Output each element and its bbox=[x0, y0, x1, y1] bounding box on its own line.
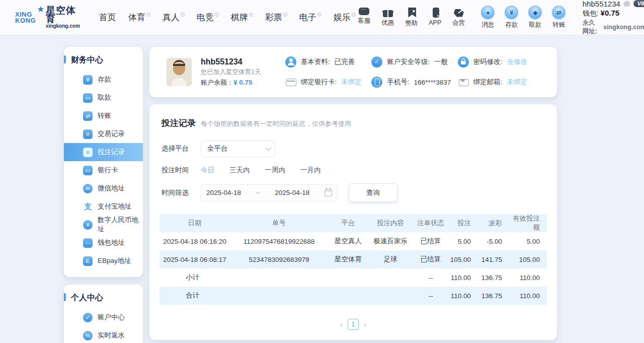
nav-item-棋牌[interactable]: 棋牌 bbox=[231, 12, 253, 23]
calendar-icon[interactable] bbox=[325, 189, 332, 196]
date-from-input[interactable]: 2025-04-18 bbox=[206, 189, 241, 196]
total-row: 合计--110.00136.75110.00 bbox=[159, 287, 547, 305]
accountlink-withdraw[interactable]: ◆取款 bbox=[527, 6, 544, 29]
sidebar-item-label: 数字人民币地址 bbox=[98, 216, 143, 234]
sidebar-item-EBpay地址[interactable]: EEBpay地址 bbox=[64, 252, 143, 270]
accountlink-label: 转账 bbox=[552, 21, 565, 29]
sidebar-item-数字人民币地址[interactable]: ¥数字人民币地址 bbox=[64, 216, 143, 234]
nav-item-娱乐[interactable]: 娱乐 bbox=[334, 12, 356, 23]
accountlink-deposit[interactable]: ¥存款 bbox=[503, 6, 520, 29]
table-row: 2025-04-18 06:08:175234783092683979星空体育足… bbox=[159, 250, 547, 268]
info-value: 一般 bbox=[434, 57, 448, 66]
date-tilde: ~ bbox=[256, 189, 260, 196]
profile-card: hhb551234 您已加入星空体育1天 账户余额：¥ 0.75 基本资料: 已… bbox=[149, 47, 557, 97]
rebate-icon: % bbox=[83, 331, 93, 340]
alipay-icon: 支 bbox=[83, 202, 93, 212]
nav-item-电子[interactable]: 电子 bbox=[299, 12, 321, 23]
query-button[interactable]: 查询 bbox=[349, 183, 397, 202]
cell-status: 已结算 bbox=[413, 232, 449, 250]
date-range-picker[interactable]: 2025-04-18 ~ 2025-04-18 bbox=[201, 184, 338, 201]
nav-item-真人[interactable]: 真人 bbox=[163, 12, 185, 23]
sidebar-item-label: 投注记录 bbox=[98, 148, 125, 157]
date-to-input[interactable]: 2025-04-18 bbox=[275, 189, 309, 196]
quicklink-label: 合营 bbox=[452, 19, 465, 27]
column-header: 平台 bbox=[328, 214, 368, 232]
table-row: 2025-04-18 06:16:201120975476819922688星空… bbox=[159, 232, 547, 250]
message-icon: ● bbox=[481, 6, 495, 19]
nav-item-电竞[interactable]: 电竞 bbox=[197, 12, 219, 23]
time-option-一月内[interactable]: 一月内 bbox=[300, 166, 321, 175]
accountlink-transfer[interactable]: ⇄转账 bbox=[550, 6, 568, 29]
sidebar-item-label: EBpay地址 bbox=[98, 256, 131, 265]
nav-item-体育[interactable]: 体育 bbox=[128, 12, 150, 23]
sidebar-item-支付宝地址[interactable]: 支支付宝地址 bbox=[64, 197, 143, 216]
personal-center-title: 个人中心 bbox=[64, 293, 143, 303]
cell-status: 已结算 bbox=[413, 250, 449, 268]
quicklink-partner[interactable]: 合营 bbox=[450, 8, 467, 28]
cell-bet: 110.00 bbox=[449, 268, 478, 287]
accountlink-messages[interactable]: ●消息 bbox=[479, 6, 497, 29]
sidebar-item-账户中心[interactable]: ✓账户中心 bbox=[64, 308, 143, 326]
dropdown-circle-icon bbox=[352, 13, 356, 17]
cell-bet: 105.00 bbox=[449, 250, 478, 268]
quicklink-promo[interactable]: 优惠 bbox=[379, 8, 396, 28]
sidebar-item-银行卡[interactable]: ▭银行卡 bbox=[64, 161, 143, 179]
platform-label: 选择平台 bbox=[162, 144, 201, 153]
sidebar-item-label: 转账 bbox=[98, 111, 111, 120]
prev-page-icon[interactable]: ‹ bbox=[340, 320, 343, 329]
platform-select[interactable]: 全平台 bbox=[201, 141, 275, 157]
sidebar-item-label: 取款 bbox=[98, 93, 111, 102]
sidebar-item-微信地址[interactable]: ✉微信地址 bbox=[64, 179, 143, 197]
page-number[interactable]: 1 bbox=[348, 319, 359, 330]
nav-item-彩票[interactable]: 彩票 bbox=[265, 12, 287, 23]
sidebar-item-label: 存款 bbox=[98, 75, 111, 84]
site-logo[interactable]: XINGKONG ★ 星空体育 xingkong.com bbox=[15, 6, 80, 29]
withdraw-icon: ▭ bbox=[83, 93, 93, 103]
date-filter-label: 时间筛选 bbox=[162, 188, 201, 197]
deposit-icon: ¥ bbox=[505, 6, 518, 19]
time-option-三天内[interactable]: 三天内 bbox=[229, 166, 250, 175]
star-icon: ★ bbox=[37, 7, 45, 13]
dropdown-circle-icon bbox=[215, 13, 219, 17]
wallet-icon: ⋯ bbox=[83, 238, 93, 248]
dropdown-circle-icon bbox=[249, 13, 253, 17]
profile-joined: 您已加入星空体育1天 bbox=[201, 68, 276, 77]
time-option-今日[interactable]: 今日 bbox=[201, 166, 214, 175]
mail-icon bbox=[458, 77, 469, 88]
quicklink-label: 优惠 bbox=[381, 19, 394, 27]
info-value[interactable]: 未绑定 bbox=[507, 78, 527, 87]
next-page-icon[interactable]: › bbox=[364, 320, 366, 329]
sidebar-item-label: 支付宝地址 bbox=[98, 202, 132, 211]
time-option-一周内[interactable]: 一周内 bbox=[265, 166, 286, 175]
dropdown-circle-icon bbox=[317, 13, 321, 17]
logo-name: 星空体育 bbox=[46, 6, 80, 23]
quicklink-app[interactable]: APP bbox=[427, 8, 444, 28]
quicklink-label: 赞助 bbox=[405, 19, 418, 28]
quicklink-service[interactable]: 客服 bbox=[356, 8, 373, 28]
info-value[interactable]: 去修改 bbox=[507, 57, 527, 66]
deposit-icon: ¥ bbox=[83, 75, 93, 85]
sidebar-item-交易记录[interactable]: ≡交易记录 bbox=[64, 125, 143, 143]
user-icon bbox=[285, 56, 296, 67]
sidebar-item-取款[interactable]: ▭取款 bbox=[64, 89, 143, 107]
info-value[interactable]: 未绑定 bbox=[341, 78, 362, 87]
cell-order: 5234783092683979 bbox=[230, 250, 328, 268]
nav-item-首页[interactable]: 首页 bbox=[99, 12, 116, 23]
sidebar-item-存款[interactable]: ¥存款 bbox=[64, 71, 143, 89]
phone-icon bbox=[433, 8, 439, 18]
info-label: 绑定银行卡: bbox=[301, 78, 337, 87]
table-header-row: 日期单号平台投注内容注单状态投注派彩有效投注额 bbox=[159, 214, 547, 232]
sidebar-item-实时返水[interactable]: %实时返水 bbox=[64, 326, 143, 343]
sidebar-item-转账[interactable]: ⇄转账 bbox=[64, 107, 143, 125]
quicklink-sponsor[interactable]: 赞助 bbox=[403, 8, 420, 28]
profile-balance: 账户余额：¥ 0.75 bbox=[201, 78, 276, 87]
profile-info-item: 密码修改: 去修改 bbox=[458, 56, 544, 67]
logo-text: XINGKONG ★ bbox=[15, 12, 43, 24]
sidebar-item-钱包地址[interactable]: ⋯钱包地址 bbox=[64, 234, 143, 252]
cell-valid: 110.00 bbox=[509, 287, 547, 305]
handshake-icon bbox=[454, 9, 464, 17]
finance-center-title: 财务中心 bbox=[64, 55, 143, 65]
sidebar-item-投注记录[interactable]: ≡投注记录 bbox=[64, 143, 143, 161]
finance-menu: ¥存款▭取款⇄转账≡交易记录≡投注记录▭银行卡✉微信地址支支付宝地址¥数字人民币… bbox=[64, 71, 143, 270]
info-value: 166****3837 bbox=[414, 79, 451, 86]
